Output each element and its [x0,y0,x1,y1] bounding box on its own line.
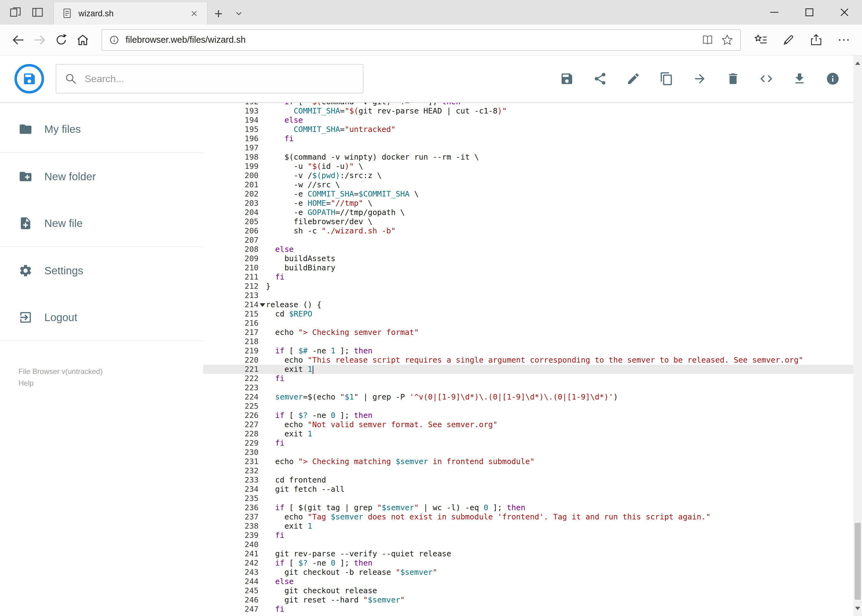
code-line-207[interactable]: 207 [203,236,862,245]
code-line-205[interactable]: 205 filebrowser/dev \ [203,217,862,226]
code-line-242[interactable]: 242 if [ $? -ne 0 ]; then [203,558,862,568]
maximize-button[interactable] [792,0,827,25]
code-line-197[interactable]: 197 [203,143,862,152]
browser-tab[interactable]: wizard.sh [54,2,207,25]
share-file-icon[interactable] [593,72,607,86]
code-line-230[interactable]: 230 [203,448,862,457]
tab-preview-chevron-icon[interactable] [230,2,248,25]
delete-trash-icon[interactable] [726,72,740,86]
code-line-200[interactable]: 200 -v /$(pwd):/src:z \ [203,171,862,180]
fold-arrow-icon[interactable] [260,303,265,307]
hub-favorites-icon[interactable] [750,29,772,51]
copy-icon[interactable] [660,72,674,86]
code-line-239[interactable]: 239 fi [203,531,862,540]
code-line-240[interactable]: 240 [203,540,862,549]
code-line-211[interactable]: 211 fi [203,272,862,282]
save-icon[interactable] [560,72,574,86]
new-tab-button[interactable]: + [207,2,230,25]
code-line-238[interactable]: 238 exit 1 [203,522,862,531]
code-line-222[interactable]: 222 fi [203,374,862,383]
page-scrollbar[interactable] [853,55,862,616]
code-line-236[interactable]: 236 if [ $(git tag | grep "$semver" | wc… [203,503,862,512]
sidebar-item-new-folder[interactable]: New folder [0,153,203,200]
move-arrow-icon[interactable] [693,72,707,86]
code-line-194[interactable]: 194 else [203,116,862,125]
code-line-226[interactable]: 226 if [ $? -ne 0 ]; then [203,411,862,420]
code-line-217[interactable]: 217 echo "> Checking semver format" [203,328,862,337]
code-line-247[interactable]: 247 fi [203,605,862,614]
code-line-224[interactable]: 224 semver=$(echo "$1" | grep -P '^v(0|[… [203,393,862,402]
code-line-221[interactable]: 221 exit 1 [203,365,862,374]
scrollbar-thumb[interactable] [855,523,861,600]
tabs-aside-icon[interactable] [7,4,24,21]
close-button[interactable] [827,0,862,25]
sidebar-item-settings[interactable]: Settings [0,247,203,294]
download-icon[interactable] [793,72,807,86]
code-line-206[interactable]: 206 sh -c "./wizard.sh -b" [203,226,862,236]
scroll-up-icon[interactable] [853,55,862,71]
code-editor[interactable]: 192 if [ "$(command -v git)" != "" ]; th… [203,103,862,616]
help-link[interactable]: Help [19,377,33,389]
search-input[interactable] [84,73,355,85]
site-info-icon[interactable] [108,33,121,46]
code-line-225[interactable]: 225 [203,402,862,411]
code-line-243[interactable]: 243 git checkout -b release "$semver" [203,568,862,577]
share-icon[interactable] [805,29,827,51]
home-icon[interactable] [72,29,93,51]
tab-preview-icon[interactable] [29,4,46,21]
code-line-218[interactable]: 218 [203,337,862,346]
info-icon[interactable] [826,72,840,86]
refresh-icon[interactable] [50,29,72,51]
code-line-235[interactable]: 235 [203,494,862,503]
code-line-231[interactable]: 231 echo "> Checking matching $semver in… [203,457,862,466]
code-line-208[interactable]: 208 else [203,245,862,254]
scroll-down-icon[interactable] [853,600,862,616]
web-note-pen-icon[interactable] [778,29,799,51]
code-line-199[interactable]: 199 -u "$(id -u)" \ [203,162,862,171]
code-line-229[interactable]: 229 fi [203,438,862,448]
back-icon[interactable] [7,29,29,51]
code-line-241[interactable]: 241 git rev-parse --verify --quiet relea… [203,549,862,558]
forward-icon[interactable] [29,29,50,51]
code-line-215[interactable]: 215 cd $REPO [203,310,862,319]
code-line-234[interactable]: 234 git fetch --all [203,485,862,494]
code-line-219[interactable]: 219 if [ $# -ne 1 ]; then [203,346,862,355]
code-line-202[interactable]: 202 -e COMMIT_SHA=$COMMIT_SHA \ [203,189,862,199]
code-line-223[interactable]: 223 [203,383,862,393]
code-line-210[interactable]: 210 buildBinary [203,263,862,272]
code-editor-icon[interactable] [759,72,773,86]
code-line-195[interactable]: 195 COMMIT_SHA="untracked" [203,125,862,134]
code-line-209[interactable]: 209 buildAssets [203,254,862,263]
code-line-212[interactable]: 212} [203,282,862,291]
code-line-246[interactable]: 246 git reset --hard "$semver" [203,596,862,605]
code-line-244[interactable]: 244 else [203,577,862,586]
sidebar-item-logout[interactable]: Logout [0,294,203,341]
code-line-237[interactable]: 237 echo "Tag $semver does not exist in … [203,512,862,522]
code-line-198[interactable]: 198 $(command -v winpty) docker run --rm… [203,152,862,162]
code-line-213[interactable]: 213 [203,291,862,300]
reading-view-icon[interactable] [700,33,715,47]
code-line-216[interactable]: 216 [203,319,862,328]
code-line-192[interactable]: 192 if [ "$(command -v git)" != "" ]; th… [203,103,862,107]
code-line-245[interactable]: 245 git checkout release [203,586,862,596]
minimize-button[interactable] [757,0,792,25]
code-line-233[interactable]: 233 cd frontend [203,475,862,485]
more-menu-icon[interactable] [833,29,855,51]
code-line-204[interactable]: 204 -e GOPATH=//tmp/gopath \ [203,208,862,217]
code-line-220[interactable]: 220 echo "This release script requires a… [203,355,862,365]
code-line-196[interactable]: 196 fi [203,134,862,143]
code-line-193[interactable]: 193 COMMIT_SHA="$(git rev-parse HEAD | c… [203,107,862,116]
code-line-201[interactable]: 201 -w //src \ [203,180,862,189]
code-line-203[interactable]: 203 -e HOME="//tmp" \ [203,199,862,208]
address-bar[interactable]: filebrowser.web/files/wizard.sh [102,29,741,51]
favorite-star-icon[interactable] [720,33,734,47]
edit-pencil-icon[interactable] [626,72,640,86]
code-line-232[interactable]: 232 [203,466,862,475]
sidebar-item-new-file[interactable]: New file [0,200,203,247]
filebrowser-logo[interactable] [14,63,45,94]
sidebar-item-my-files[interactable]: My files [0,106,203,153]
code-line-214[interactable]: 214release () { [203,300,862,310]
tab-close-icon[interactable] [188,7,200,20]
code-line-227[interactable]: 227 echo "Not valid semver format. See s… [203,420,862,429]
code-line-228[interactable]: 228 exit 1 [203,429,862,438]
